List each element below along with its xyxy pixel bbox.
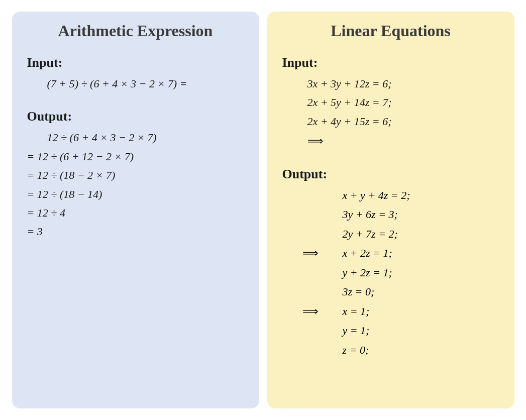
right-out-arrow-8 (302, 341, 343, 360)
right-input-section: Input: 3x + 3y + 12z = 6; 2x + 5y + 14z … (282, 55, 499, 151)
right-output-label: Output: (282, 167, 499, 182)
right-out-eq-0: x + y + 4z = 2; (343, 186, 499, 205)
left-input-section: Input: (7 + 5) ÷ (6 + 4 × 3 − 2 × 7) = (27, 55, 244, 93)
left-input-label: Input: (27, 55, 244, 70)
left-out-line-5: = 3 (27, 222, 244, 241)
right-out-arrow-3: ⟹ (302, 244, 343, 263)
right-input-label: Input: (282, 55, 499, 70)
main-container: Arithmetic Expression Input: (7 + 5) ÷ (… (7, 7, 519, 413)
right-out-eq-6: x = 1; (343, 302, 499, 322)
right-output-table: x + y + 4z = 2;3y + 6z = 3;2y + 7z = 2;⟹… (302, 186, 499, 360)
right-output-section: Output: x + y + 4z = 2;3y + 6z = 3;2y + … (282, 167, 499, 360)
right-out-arrow-5 (302, 282, 343, 302)
right-out-eq-4: y + 2z = 1; (343, 263, 499, 283)
right-out-arrow-1 (302, 205, 343, 225)
right-out-eq-1: 3y + 6z = 3; (343, 205, 499, 225)
right-in-arrow: ⟹ (307, 132, 499, 150)
right-out-eq-7: y = 1; (343, 321, 499, 341)
right-in-line-0: 3x + 3y + 12z = 6; (307, 74, 499, 93)
right-panel-title: Linear Equations (282, 22, 499, 40)
left-output-label: Output: (27, 109, 244, 124)
right-out-arrow-4 (302, 263, 343, 283)
right-out-eq-8: z = 0; (343, 341, 499, 360)
right-out-arrow-7 (302, 321, 343, 341)
left-panel: Arithmetic Expression Input: (7 + 5) ÷ (… (12, 12, 259, 408)
left-out-line-1: = 12 ÷ (6 + 12 − 2 × 7) (27, 147, 244, 166)
left-output-section: Output: 12 ÷ (6 + 4 × 3 − 2 × 7) = 12 ÷ … (27, 109, 244, 241)
left-out-line-3: = 12 ÷ (18 − 14) (27, 185, 244, 203)
left-input-expr: (7 + 5) ÷ (6 + 4 × 3 − 2 × 7) = (47, 74, 244, 93)
right-in-line-1: 2x + 5y + 14z = 7; (307, 93, 499, 112)
left-out-line-0: 12 ÷ (6 + 4 × 3 − 2 × 7) (47, 128, 244, 147)
right-panel: Linear Equations Input: 3x + 3y + 12z = … (267, 12, 514, 408)
left-out-line-4: = 12 ÷ 4 (27, 203, 244, 222)
right-out-eq-3: x + 2z = 1; (343, 244, 499, 263)
left-out-line-2: = 12 ÷ (18 − 2 × 7) (27, 166, 244, 184)
right-out-arrow-2 (302, 225, 343, 244)
right-in-line-2: 2x + 4y + 15z = 6; (307, 112, 499, 131)
left-output-lines: 12 ÷ (6 + 4 × 3 − 2 × 7) = 12 ÷ (6 + 12 … (27, 128, 244, 241)
right-out-arrow-6: ⟹ (302, 302, 343, 322)
right-out-arrow-0 (302, 186, 343, 205)
left-panel-title: Arithmetic Expression (27, 22, 244, 40)
right-input-lines: 3x + 3y + 12z = 6; 2x + 5y + 14z = 7; 2x… (307, 74, 499, 151)
right-out-eq-2: 2y + 7z = 2; (343, 225, 499, 244)
right-out-eq-5: 3z = 0; (343, 282, 499, 302)
